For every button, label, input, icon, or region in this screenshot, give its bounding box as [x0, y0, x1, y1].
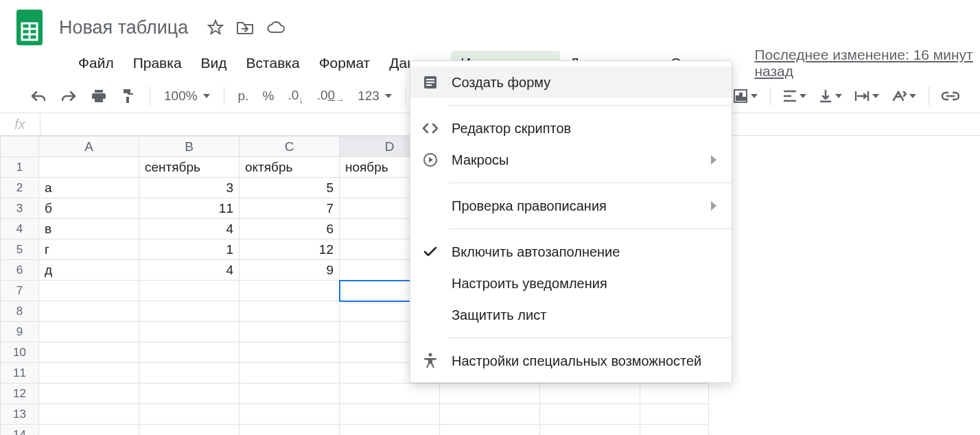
menu-item-правка[interactable]: Правка	[124, 51, 191, 75]
cell[interactable]: 6	[240, 219, 340, 239]
print-icon[interactable]	[91, 89, 107, 104]
cell[interactable]	[139, 404, 240, 425]
decrease-decimal-button[interactable]: .0↓	[288, 88, 303, 105]
row-header[interactable]: 6	[1, 260, 39, 281]
sheets-logo[interactable]	[14, 5, 45, 49]
cell[interactable]	[640, 425, 709, 436]
row-header[interactable]: 1	[1, 157, 39, 178]
cell[interactable]	[39, 342, 139, 363]
cell[interactable]: 4	[139, 219, 240, 239]
row-header[interactable]: 7	[1, 281, 39, 301]
cell[interactable]	[240, 301, 340, 322]
cell[interactable]	[240, 425, 340, 436]
row-header[interactable]: 11	[1, 363, 39, 384]
menu-item[interactable]: Макросы	[410, 144, 732, 176]
cell[interactable]	[39, 322, 139, 342]
number-format-selector[interactable]: 123	[358, 89, 392, 104]
cell[interactable]	[540, 384, 640, 404]
cell[interactable]: октябрь	[240, 157, 340, 178]
last-edit-link[interactable]: Последнее изменение: 16 минут назад	[754, 47, 980, 80]
menu-item-вид[interactable]: Вид	[191, 51, 237, 75]
cell[interactable]	[240, 363, 340, 384]
row-header[interactable]: 3	[1, 198, 39, 219]
menu-item[interactable]: Защитить лист	[410, 299, 732, 331]
insert-link-icon[interactable]	[942, 91, 959, 101]
cell[interactable]	[240, 281, 340, 301]
paint-format-icon[interactable]	[121, 88, 136, 104]
cell[interactable]: в	[39, 219, 139, 239]
cell[interactable]: а	[39, 178, 139, 198]
insert-chart-button[interactable]	[733, 89, 758, 104]
menu-item[interactable]: Проверка правописания	[410, 190, 732, 222]
cell[interactable]: 4	[139, 260, 240, 281]
cell[interactable]	[440, 425, 540, 436]
cell[interactable]: 3	[139, 178, 240, 198]
row-header[interactable]: 14	[1, 425, 39, 436]
cell[interactable]: 5	[240, 178, 340, 198]
menu-item[interactable]: Включить автозаполнение	[410, 236, 732, 268]
row-header[interactable]: 5	[1, 239, 39, 260]
cell[interactable]	[39, 425, 139, 436]
cell[interactable]	[39, 384, 139, 404]
row-header[interactable]: 12	[1, 384, 39, 404]
cell[interactable]: 9	[240, 260, 340, 281]
select-all-corner[interactable]	[1, 137, 39, 157]
cell[interactable]: 1	[139, 239, 240, 260]
cell[interactable]: 7	[240, 198, 340, 219]
vertical-align-button[interactable]	[819, 89, 842, 103]
cell[interactable]	[139, 281, 240, 301]
cell[interactable]	[640, 404, 709, 425]
row-header[interactable]: 8	[1, 301, 39, 322]
cell[interactable]: 11	[139, 198, 240, 219]
cell[interactable]	[440, 384, 540, 404]
cell[interactable]	[139, 342, 240, 363]
cell[interactable]	[139, 322, 240, 342]
currency-button[interactable]: р.	[238, 89, 249, 104]
menu-item[interactable]: Создать форму	[410, 67, 732, 98]
menu-item[interactable]: Редактор скриптов	[410, 113, 732, 144]
column-header-B[interactable]: B	[139, 137, 240, 157]
cell[interactable]	[240, 404, 340, 425]
redo-icon[interactable]	[60, 89, 77, 103]
cell[interactable]: 12	[240, 239, 340, 260]
cell[interactable]: сентябрь	[139, 157, 240, 178]
column-header-A[interactable]: A	[39, 137, 139, 157]
undo-icon[interactable]	[30, 89, 47, 103]
cell[interactable]	[240, 322, 340, 342]
menu-item[interactable]: Настроить уведомления	[410, 268, 732, 299]
doc-name[interactable]: Новая таблица	[55, 16, 192, 40]
row-header[interactable]: 2	[1, 178, 39, 198]
menu-item-файл[interactable]: Файл	[69, 51, 124, 75]
menu-item-формат[interactable]: Формат	[310, 51, 380, 75]
cell[interactable]	[340, 404, 440, 425]
cell[interactable]	[39, 301, 139, 322]
row-header[interactable]: 9	[1, 322, 39, 342]
cell[interactable]	[139, 384, 240, 404]
cell[interactable]	[39, 404, 139, 425]
cell[interactable]	[340, 425, 440, 436]
cell[interactable]	[340, 384, 440, 404]
move-icon[interactable]	[236, 19, 254, 36]
cell[interactable]	[640, 384, 709, 404]
cell[interactable]	[139, 363, 240, 384]
increase-decimal-button[interactable]: .00→	[317, 88, 344, 105]
cell[interactable]	[440, 404, 540, 425]
cell[interactable]	[39, 363, 139, 384]
horizontal-align-button[interactable]	[783, 90, 806, 102]
cell[interactable]	[540, 404, 640, 425]
menu-item-вставка[interactable]: Вставка	[237, 51, 310, 75]
row-header[interactable]: 4	[1, 219, 39, 239]
cell[interactable]: г	[39, 239, 139, 260]
column-header-C[interactable]: C	[240, 137, 340, 157]
cloud-icon[interactable]	[266, 19, 285, 36]
row-header[interactable]: 13	[1, 404, 39, 425]
cell[interactable]: б	[39, 198, 139, 219]
cell[interactable]	[240, 342, 340, 363]
cell[interactable]	[139, 301, 240, 322]
cell[interactable]	[240, 384, 340, 404]
star-icon[interactable]	[207, 19, 224, 36]
menu-item[interactable]: Настройки специальных возможностей	[410, 345, 732, 377]
cell[interactable]	[39, 281, 139, 301]
cell[interactable]	[540, 425, 640, 436]
cell[interactable]	[139, 425, 240, 436]
